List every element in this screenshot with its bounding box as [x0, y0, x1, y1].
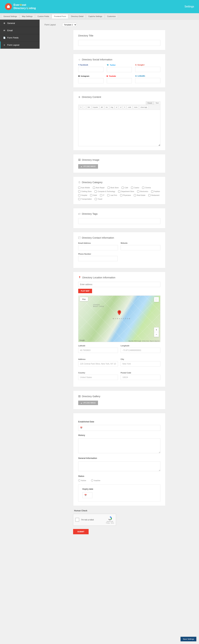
- status-active[interactable]: Active: [78, 479, 86, 482]
- recaptcha[interactable]: I'm not a robot reCAPTCHA Privacy - Term…: [73, 514, 116, 526]
- category-electronics[interactable]: Electronics: [137, 190, 148, 192]
- city-input[interactable]: [120, 361, 160, 366]
- category-checkbox[interactable]: [122, 186, 124, 189]
- editor-btn-ul[interactable]: ul: [115, 106, 118, 109]
- lat-input[interactable]: [78, 348, 118, 353]
- category-checkbox[interactable]: [90, 194, 92, 196]
- editor-btn-li[interactable]: li: [123, 106, 126, 109]
- directory-title-input[interactable]: [78, 40, 160, 46]
- category-law-firm[interactable]: Law Firm: [107, 194, 117, 196]
- editor-textarea[interactable]: [78, 110, 160, 146]
- category-hospital[interactable]: Hospital: [78, 194, 87, 196]
- status-inactive[interactable]: Inactive: [91, 479, 100, 482]
- established-input[interactable]: 📅: [78, 425, 160, 431]
- editor-btn-del[interactable]: del: [100, 106, 104, 109]
- submit-button[interactable]: SUBMIT: [73, 529, 88, 534]
- category-clothing-store[interactable]: Clothing Store: [78, 190, 92, 192]
- category-department-store[interactable]: Department Store: [118, 190, 134, 192]
- tab-general-settings[interactable]: General Settings: [1, 14, 19, 18]
- addr-input[interactable]: [78, 361, 118, 366]
- category-checkbox[interactable]: [134, 194, 136, 196]
- social-input-ig[interactable]: [78, 78, 104, 83]
- editor-btn-code[interactable]: code: [127, 106, 132, 109]
- category-checkbox[interactable]: [118, 190, 120, 192]
- social-input-tw[interactable]: [107, 67, 132, 72]
- category-casino[interactable]: Casino: [131, 186, 139, 189]
- category-travel[interactable]: Travel: [95, 198, 102, 200]
- tab-customize[interactable]: Customize: [105, 14, 118, 18]
- editor-btn-ins[interactable]: ins: [104, 106, 109, 109]
- category-physicians[interactable]: Physicians: [120, 194, 131, 196]
- category-fashion[interactable]: Fashion: [151, 190, 160, 192]
- category-transportation[interactable]: Transportation: [78, 198, 92, 200]
- social-input-gp[interactable]: [135, 67, 160, 72]
- editor-btn-more[interactable]: more: [133, 106, 139, 109]
- country-input[interactable]: [78, 375, 118, 380]
- editor-btn-b[interactable]: b: [79, 106, 82, 109]
- editor-btn-link[interactable]: link: [86, 106, 91, 109]
- postal-input[interactable]: [120, 375, 160, 380]
- category-book-store[interactable]: Book Store: [108, 186, 119, 189]
- category-checkbox[interactable]: [148, 194, 150, 196]
- category-checkbox[interactable]: [142, 186, 144, 189]
- category-checkbox[interactable]: [78, 190, 80, 192]
- website-input[interactable]: [120, 245, 160, 250]
- address-search-input[interactable]: [78, 282, 160, 287]
- template-select[interactable]: Template 1: [62, 23, 77, 26]
- general-info-textarea[interactable]: [78, 461, 160, 471]
- phone-input[interactable]: [78, 256, 118, 261]
- map-tab[interactable]: Map: [80, 297, 88, 301]
- social-input-li[interactable]: [135, 78, 160, 83]
- category-cinema[interactable]: Cinema: [142, 186, 151, 189]
- category-checkbox[interactable]: [78, 186, 80, 189]
- category-real-estate[interactable]: Real Estate: [134, 194, 145, 196]
- zoom-in-button[interactable]: +: [154, 328, 159, 332]
- category-checkbox[interactable]: [137, 190, 139, 192]
- category-checkbox[interactable]: [120, 194, 122, 196]
- tags-input[interactable]: [78, 218, 160, 224]
- save-settings-button[interactable]: Save Settings: [180, 637, 196, 641]
- category-checkbox[interactable]: [107, 194, 110, 196]
- category-checkbox[interactable]: [93, 186, 95, 189]
- category-checkbox[interactable]: [151, 190, 153, 192]
- tab-map-settings[interactable]: Map Settings: [20, 14, 35, 18]
- category-checkbox[interactable]: [94, 190, 97, 192]
- category-checkbox[interactable]: [95, 198, 97, 200]
- editor-tab-visual[interactable]: Visual: [146, 101, 154, 105]
- editor-btn-b-quote[interactable]: b-quote: [92, 106, 99, 109]
- settings-link[interactable]: Settings: [184, 5, 194, 8]
- sidebar-item-general[interactable]: ⚙General: [0, 20, 40, 27]
- upload-gallery-button[interactable]: ☁UPLOAD IMAGE: [78, 400, 98, 405]
- category-checkbox[interactable]: [100, 194, 102, 196]
- category-auto-mobile[interactable]: Auto Mobile: [78, 186, 90, 189]
- editor-btn-ol[interactable]: ol: [119, 106, 122, 109]
- category-hotel[interactable]: Hotel: [90, 194, 97, 196]
- category-cafe[interactable]: Cafe: [122, 186, 128, 189]
- social-input-yt[interactable]: [107, 78, 132, 83]
- editor-btn-i[interactable]: i: [83, 106, 86, 109]
- email-input[interactable]: [78, 245, 118, 250]
- editor-btn-img[interactable]: img: [110, 106, 114, 109]
- category-it[interactable]: IT: [100, 194, 104, 196]
- history-textarea[interactable]: [78, 438, 160, 453]
- lng-input[interactable]: [120, 348, 160, 353]
- category-checkbox[interactable]: [78, 194, 80, 196]
- captcha-checkbox[interactable]: [75, 518, 79, 522]
- tab-custom-fields[interactable]: Custom Fields: [35, 14, 51, 18]
- category-checkbox[interactable]: [108, 186, 110, 189]
- map-canvas[interactable]: UPPER WEST SIDE M A N H A T T A N + − Go…: [78, 296, 160, 342]
- editor-btn-close-tags[interactable]: close tags: [139, 106, 148, 109]
- tab-captcha-settings[interactable]: Captcha Settings: [86, 14, 104, 18]
- category-checkbox[interactable]: [131, 186, 133, 189]
- fullscreen-button[interactable]: ⛶: [154, 297, 159, 302]
- sidebar-item-form-layout[interactable]: ≡Form Layout: [0, 42, 40, 49]
- social-input-fb[interactable]: [78, 67, 104, 72]
- zoom-out-button[interactable]: −: [154, 332, 159, 337]
- category-checkbox[interactable]: [78, 198, 80, 200]
- category-auto-repair[interactable]: Auto Repair: [93, 186, 104, 189]
- upload-image-button[interactable]: ☁UPLOAD IMAGE: [78, 164, 98, 169]
- tab-directory-detail[interactable]: Directory Detail: [69, 14, 86, 18]
- category-computer-technology[interactable]: Computer & Technology: [94, 190, 115, 192]
- editor-tab-text[interactable]: Text: [154, 101, 160, 105]
- expiry-input[interactable]: 📅: [82, 492, 92, 498]
